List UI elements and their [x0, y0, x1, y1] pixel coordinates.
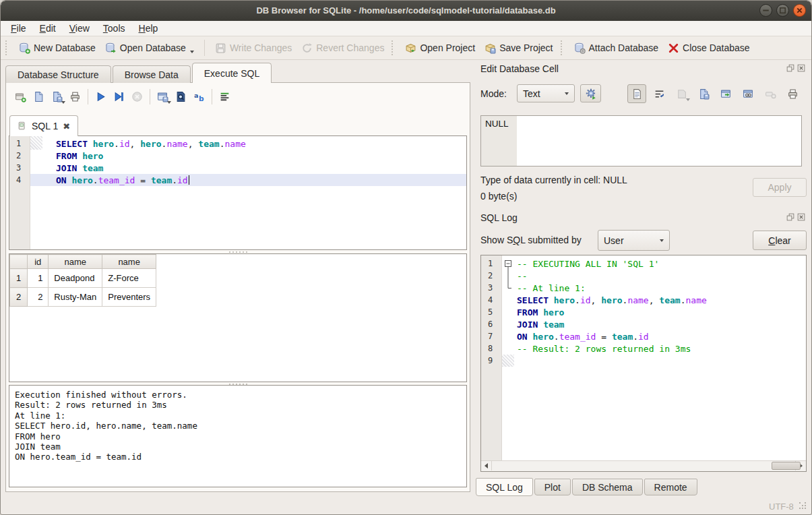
execute-sql-panel: ab SQL 1✖ 1SELECT hero.id, hero.name, te…	[5, 82, 470, 492]
find-button[interactable]	[172, 88, 190, 105]
menu-file[interactable]: File	[4, 22, 33, 35]
toolbar-drag-handle[interactable]	[392, 40, 396, 55]
minimize-button[interactable]	[759, 4, 772, 17]
toolbar-drag-handle[interactable]	[5, 40, 10, 55]
output-line: JOIN team	[15, 442, 461, 452]
code-text: FROM hero	[514, 307, 564, 317]
tab-execute-sql[interactable]: Execute SQL	[192, 63, 272, 83]
table-cell[interactable]: Deadpond	[49, 269, 102, 288]
tab-database-structure[interactable]: Database Structure	[5, 65, 111, 83]
edit-cell-dock-buttons	[786, 64, 805, 72]
menu-tools[interactable]: Tools	[96, 22, 132, 35]
column-header-name[interactable]: name	[49, 255, 102, 269]
code-line: 2--	[481, 270, 806, 282]
code-line: 3JOIN team	[9, 162, 466, 174]
new-sql-tab-button[interactable]	[11, 88, 30, 105]
autocomplete-button[interactable]: ab	[190, 88, 208, 105]
print-sql-button[interactable]	[66, 88, 84, 105]
menu-view[interactable]: View	[63, 22, 96, 35]
cell-value: NULL	[485, 119, 509, 129]
close-panel-button[interactable]	[797, 64, 805, 72]
sql-file-icon	[18, 121, 27, 131]
format-sql-icon	[219, 91, 230, 102]
close-database-button[interactable]: Close Database	[663, 40, 755, 57]
open-database-button[interactable]: Open Database	[100, 40, 199, 57]
line-number: 8	[481, 344, 502, 353]
cell-value-editor[interactable]: NULL	[480, 115, 802, 166]
table-cell[interactable]: Z-Force	[102, 269, 156, 288]
close-button[interactable]	[793, 4, 806, 17]
menu-bar: FileEditViewToolsHelp	[1, 21, 811, 36]
dock-tab-bar: SQL LogPlotDB SchemaRemote	[476, 478, 697, 496]
open-sql-file-button[interactable]	[30, 88, 48, 105]
menu-edit[interactable]: Edit	[33, 22, 63, 35]
execute-line-button[interactable]	[110, 88, 128, 105]
toolbar-drag-handle[interactable]	[561, 40, 565, 55]
table-cell[interactable]: 1	[28, 269, 49, 288]
text-mode-button[interactable]	[627, 84, 646, 103]
new-sql-tab-icon	[15, 91, 26, 102]
clear-button[interactable]: Clear	[753, 231, 807, 250]
maximize-button[interactable]	[776, 4, 789, 17]
attach-database-button[interactable]: Attach Database	[569, 40, 664, 57]
float-panel-button[interactable]	[786, 213, 794, 221]
new-database-button[interactable]: New Database	[14, 40, 100, 57]
sql-editor[interactable]: 1SELECT hero.id, hero.name, team.name2FR…	[9, 135, 467, 250]
table-cell[interactable]: Rusty-Man	[49, 288, 102, 307]
set-null-button	[761, 84, 780, 103]
close-tab-icon[interactable]: ✖	[63, 122, 70, 131]
fold-margin-cell	[502, 342, 514, 355]
results-grid-area[interactable]: idnamename11DeadpondZ-Force22Rusty-ManPr…	[9, 253, 467, 382]
code-text: --	[514, 271, 528, 281]
table-cell[interactable]: 2	[28, 288, 49, 307]
save-sql-file-button[interactable]	[48, 88, 66, 105]
mode-select[interactable]: Text	[517, 84, 575, 102]
tab-browse-data[interactable]: Browse Data	[113, 65, 191, 83]
execution-output[interactable]: Execution finished without errors.Result…	[9, 385, 467, 487]
dock-tab-db-schema[interactable]: DB Schema	[572, 479, 643, 495]
table-cell[interactable]: Preventers	[102, 288, 156, 307]
float-panel-button[interactable]	[786, 64, 794, 72]
auto-apply-settings-button[interactable]	[580, 84, 601, 102]
column-header-id[interactable]: id	[28, 255, 49, 269]
save-project-button[interactable]: Save Project	[480, 40, 557, 57]
horizontal-scrollbar[interactable]	[481, 460, 806, 471]
open-project-button[interactable]: Open Project	[400, 40, 480, 57]
menu-help[interactable]: Help	[132, 22, 165, 35]
print-cell-button[interactable]	[783, 84, 802, 103]
title-bar[interactable]: DB Browser for SQLite - /home/user/code/…	[1, 1, 811, 22]
export-results-button[interactable]	[154, 88, 172, 105]
scrollbar-thumb[interactable]	[772, 462, 801, 470]
chevron-down-icon	[167, 101, 171, 104]
close-panel-button[interactable]	[797, 213, 805, 221]
word-wrap-button[interactable]	[650, 84, 668, 103]
dock-tab-remote[interactable]: Remote	[644, 479, 697, 495]
column-header-name[interactable]: name	[102, 255, 156, 269]
toolbar-button-label: New Database	[34, 42, 96, 53]
dock-tab-plot[interactable]: Plot	[534, 479, 571, 495]
results-table[interactable]: idnamename11DeadpondZ-Force22Rusty-ManPr…	[9, 254, 156, 307]
scroll-left-arrow[interactable]	[481, 461, 492, 471]
fold-marker[interactable]	[502, 258, 514, 270]
export-cell-button[interactable]	[716, 84, 735, 103]
fold-marker	[502, 270, 514, 282]
row-number[interactable]: 1	[10, 269, 28, 288]
link-cell-button[interactable]	[739, 84, 757, 103]
tab-sql-1[interactable]: SQL 1✖	[9, 115, 78, 136]
sql-log-view[interactable]: 1-- EXECUTING ALL IN 'SQL 1'2--3-- At li…	[480, 255, 807, 472]
save-file-button[interactable]	[694, 84, 713, 103]
execute-all-button[interactable]	[92, 88, 110, 105]
resize-grip[interactable]	[799, 502, 807, 510]
fold-margin-cell	[30, 138, 42, 150]
grid-corner-header[interactable]	[10, 255, 28, 269]
submitted-by-select[interactable]: User	[598, 230, 670, 251]
row-number[interactable]: 2	[10, 288, 28, 307]
fold-margin-cell	[502, 330, 514, 342]
table-row: 11DeadpondZ-Force	[10, 269, 156, 288]
format-sql-button[interactable]	[216, 88, 234, 105]
chevron-down-icon	[565, 92, 569, 95]
text-mode-icon	[631, 88, 643, 100]
code-line: 2FROM hero	[9, 150, 466, 162]
dock-tab-sql-log[interactable]: SQL Log	[476, 478, 533, 496]
open-sql-file-icon	[33, 91, 44, 102]
